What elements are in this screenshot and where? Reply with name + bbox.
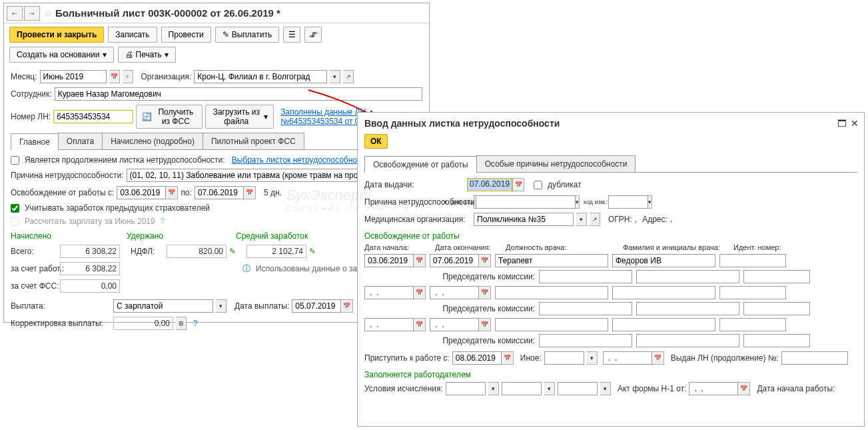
date-from-input[interactable] xyxy=(117,186,166,199)
comm3-pos[interactable] xyxy=(539,334,632,347)
cond-dd-icon[interactable]: ▾ xyxy=(488,382,499,395)
other-dd-icon[interactable]: ▾ xyxy=(587,351,598,365)
fwd-button[interactable]: → xyxy=(24,6,40,21)
cond3[interactable] xyxy=(558,382,598,395)
date-to-input[interactable] xyxy=(195,186,244,199)
medorg-dd-icon[interactable]: ▾ xyxy=(576,213,587,226)
r2-pos[interactable] xyxy=(495,286,608,299)
comm2-name[interactable] xyxy=(636,302,739,315)
r2-end[interactable] xyxy=(430,286,479,299)
cond1[interactable] xyxy=(446,382,486,395)
comm3-ident[interactable] xyxy=(743,334,810,347)
act-date[interactable] xyxy=(689,382,738,395)
pencil-icon[interactable]: ✎ xyxy=(309,247,316,256)
ln-input[interactable] xyxy=(53,110,133,123)
r3-ident[interactable] xyxy=(719,318,786,331)
tab-exempt[interactable]: Освобождение от работы xyxy=(364,156,477,173)
comm1-name[interactable] xyxy=(636,270,739,283)
r1-pos[interactable] xyxy=(495,254,608,267)
dialog-close-icon[interactable]: ✕ xyxy=(851,118,859,129)
tab-main[interactable]: Главное xyxy=(11,133,59,150)
return-input[interactable] xyxy=(452,351,502,365)
tab-special[interactable]: Особые причины нетрудоспособности xyxy=(476,155,636,172)
pay-button[interactable]: ✎ Выплатить xyxy=(215,27,280,43)
org-dd-icon[interactable]: ▾ xyxy=(330,70,340,83)
r2-ident[interactable] xyxy=(719,286,786,299)
r2-name[interactable] xyxy=(612,286,715,299)
calendar-icon[interactable]: 📅 xyxy=(479,318,491,331)
other-input[interactable] xyxy=(544,351,584,365)
create-based-button[interactable]: Создать на основании ▾ xyxy=(9,47,114,63)
r3-name[interactable] xyxy=(612,318,715,331)
comm2-pos[interactable] xyxy=(539,302,632,315)
r1-end[interactable] xyxy=(430,254,479,267)
payout-date-input[interactable] xyxy=(292,299,341,313)
post-button[interactable]: Провести xyxy=(161,27,211,43)
addcode-dd-icon[interactable]: ▾ xyxy=(576,195,580,209)
calendar-icon[interactable]: 📅 xyxy=(244,186,256,199)
print-button[interactable]: 🖨 Печать ▾ xyxy=(118,47,176,63)
back-button[interactable]: ← xyxy=(7,6,23,21)
emp-input[interactable] xyxy=(55,87,422,101)
issue-date-input[interactable]: 07.06.2019 xyxy=(467,178,512,191)
chgcode-dd-icon[interactable]: ▾ xyxy=(648,195,652,209)
r3-start[interactable] xyxy=(364,318,414,331)
calendar-icon[interactable]: 📅 xyxy=(479,286,491,299)
corr-edit-icon[interactable]: ⊞ xyxy=(176,317,187,330)
calendar-icon[interactable]: 📅 xyxy=(414,286,426,299)
calendar-icon[interactable]: 📅 xyxy=(738,382,750,395)
post-close-button[interactable]: Провести и закрыть xyxy=(9,27,104,43)
tab-pay[interactable]: Оплата xyxy=(58,133,103,149)
other-date[interactable] xyxy=(603,351,652,365)
tab-pilot[interactable]: Пилотный проект ФСС xyxy=(203,133,304,149)
tab-accrued[interactable]: Начислено (подробно) xyxy=(102,133,203,149)
cond2[interactable] xyxy=(502,382,542,395)
calendar-icon[interactable]: 📅 xyxy=(502,351,514,365)
org-input[interactable] xyxy=(194,70,327,83)
comm3-name[interactable] xyxy=(636,334,739,347)
load-file-button[interactable]: Загрузить из файла ▾ xyxy=(205,105,274,129)
medorg-open-icon[interactable]: ↗ xyxy=(590,213,600,226)
calendar-icon[interactable]: 📅 xyxy=(512,178,524,191)
r1-start[interactable] xyxy=(364,254,414,267)
dialog-detach-icon[interactable]: 🗖 xyxy=(837,118,847,129)
attach-icon-button[interactable]: 🖇 xyxy=(304,27,322,43)
info-icon[interactable]: ⓘ xyxy=(242,263,250,275)
calendar-icon[interactable]: 📅 xyxy=(414,318,426,331)
reason-dd-icon[interactable]: ▾ доп. код: ▾ код изм.: ▾ xyxy=(543,195,554,209)
month-input[interactable] xyxy=(40,70,107,83)
save-button[interactable]: Записать xyxy=(108,27,157,43)
cond-dd-icon[interactable]: ▾ xyxy=(544,382,555,395)
payout-dd-icon[interactable]: ▾ xyxy=(216,299,226,313)
r3-pos[interactable] xyxy=(495,318,608,331)
org-open-icon[interactable]: ↗ xyxy=(343,70,354,83)
r2-start[interactable] xyxy=(364,286,414,299)
pencil-icon[interactable]: ✎ xyxy=(229,247,236,256)
doc-icon-button[interactable]: ☰ xyxy=(283,27,300,43)
calendar-icon[interactable]: 📅 xyxy=(341,299,353,313)
help-icon[interactable]: ? xyxy=(193,319,198,328)
payout-input[interactable] xyxy=(113,299,213,313)
calendar-icon[interactable]: 📅 xyxy=(414,254,426,267)
comm1-ident[interactable] xyxy=(743,270,810,283)
calendar-icon[interactable]: 📅 xyxy=(166,186,178,199)
ok-button[interactable]: ОК xyxy=(364,134,388,149)
reason-input[interactable] xyxy=(127,169,366,182)
month-spinner[interactable]: ÷ xyxy=(123,70,133,83)
cond-dd-icon[interactable]: ▾ xyxy=(600,382,611,395)
star-icon[interactable]: ☆ xyxy=(44,8,53,19)
addcode-input[interactable] xyxy=(476,195,576,209)
consider-checkbox[interactable] xyxy=(11,204,19,213)
r1-ident[interactable] xyxy=(719,254,786,267)
r1-name[interactable] xyxy=(612,254,715,267)
month-cal-icon[interactable]: 📅 xyxy=(109,70,120,83)
chgcode-input[interactable] xyxy=(608,195,648,209)
help-icon[interactable]: ? xyxy=(161,217,165,226)
choose-sheet-link[interactable]: Выбрать листок нетрудоспособности... xyxy=(232,155,376,165)
medorg-input[interactable] xyxy=(474,213,574,226)
issued-ln-input[interactable] xyxy=(781,351,848,365)
get-fss-button[interactable]: 🔄 Получить из ФСС xyxy=(136,105,203,129)
comm1-pos[interactable] xyxy=(539,270,632,283)
r3-end[interactable] xyxy=(430,318,479,331)
comm2-ident[interactable] xyxy=(743,302,810,315)
